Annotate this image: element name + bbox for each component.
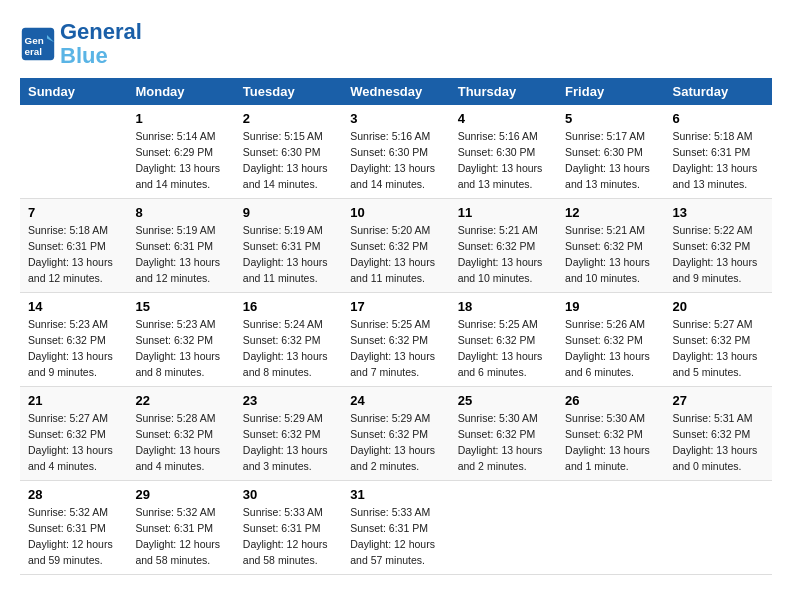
logo-icon: Gen eral <box>20 26 56 62</box>
day-number: 7 <box>28 205 119 220</box>
day-info: Sunrise: 5:27 AM Sunset: 6:32 PM Dayligh… <box>28 411 119 474</box>
calendar-cell: 31Sunrise: 5:33 AM Sunset: 6:31 PM Dayli… <box>342 481 449 575</box>
day-info: Sunrise: 5:15 AM Sunset: 6:30 PM Dayligh… <box>243 129 334 192</box>
day-number: 3 <box>350 111 441 126</box>
day-info: Sunrise: 5:16 AM Sunset: 6:30 PM Dayligh… <box>350 129 441 192</box>
column-header-thursday: Thursday <box>450 78 557 105</box>
calendar-cell: 27Sunrise: 5:31 AM Sunset: 6:32 PM Dayli… <box>665 387 772 481</box>
week-row-4: 21Sunrise: 5:27 AM Sunset: 6:32 PM Dayli… <box>20 387 772 481</box>
day-info: Sunrise: 5:20 AM Sunset: 6:32 PM Dayligh… <box>350 223 441 286</box>
calendar-cell: 5Sunrise: 5:17 AM Sunset: 6:30 PM Daylig… <box>557 105 664 199</box>
day-info: Sunrise: 5:19 AM Sunset: 6:31 PM Dayligh… <box>135 223 226 286</box>
svg-text:eral: eral <box>25 46 43 57</box>
column-header-monday: Monday <box>127 78 234 105</box>
day-info: Sunrise: 5:18 AM Sunset: 6:31 PM Dayligh… <box>28 223 119 286</box>
day-info: Sunrise: 5:28 AM Sunset: 6:32 PM Dayligh… <box>135 411 226 474</box>
day-number: 25 <box>458 393 549 408</box>
calendar-cell: 19Sunrise: 5:26 AM Sunset: 6:32 PM Dayli… <box>557 293 664 387</box>
day-info: Sunrise: 5:26 AM Sunset: 6:32 PM Dayligh… <box>565 317 656 380</box>
calendar-cell: 18Sunrise: 5:25 AM Sunset: 6:32 PM Dayli… <box>450 293 557 387</box>
calendar-cell: 3Sunrise: 5:16 AM Sunset: 6:30 PM Daylig… <box>342 105 449 199</box>
calendar-cell: 12Sunrise: 5:21 AM Sunset: 6:32 PM Dayli… <box>557 199 664 293</box>
calendar-cell <box>557 481 664 575</box>
day-info: Sunrise: 5:31 AM Sunset: 6:32 PM Dayligh… <box>673 411 764 474</box>
calendar-cell: 24Sunrise: 5:29 AM Sunset: 6:32 PM Dayli… <box>342 387 449 481</box>
calendar-cell: 30Sunrise: 5:33 AM Sunset: 6:31 PM Dayli… <box>235 481 342 575</box>
column-header-sunday: Sunday <box>20 78 127 105</box>
calendar-cell <box>20 105 127 199</box>
week-row-2: 7Sunrise: 5:18 AM Sunset: 6:31 PM Daylig… <box>20 199 772 293</box>
calendar-cell: 22Sunrise: 5:28 AM Sunset: 6:32 PM Dayli… <box>127 387 234 481</box>
day-number: 27 <box>673 393 764 408</box>
calendar-cell: 9Sunrise: 5:19 AM Sunset: 6:31 PM Daylig… <box>235 199 342 293</box>
calendar-cell: 26Sunrise: 5:30 AM Sunset: 6:32 PM Dayli… <box>557 387 664 481</box>
calendar-cell: 29Sunrise: 5:32 AM Sunset: 6:31 PM Dayli… <box>127 481 234 575</box>
day-number: 9 <box>243 205 334 220</box>
calendar-cell: 16Sunrise: 5:24 AM Sunset: 6:32 PM Dayli… <box>235 293 342 387</box>
day-number: 11 <box>458 205 549 220</box>
day-number: 17 <box>350 299 441 314</box>
day-number: 18 <box>458 299 549 314</box>
day-number: 31 <box>350 487 441 502</box>
day-number: 6 <box>673 111 764 126</box>
day-number: 26 <box>565 393 656 408</box>
day-info: Sunrise: 5:33 AM Sunset: 6:31 PM Dayligh… <box>243 505 334 568</box>
day-info: Sunrise: 5:24 AM Sunset: 6:32 PM Dayligh… <box>243 317 334 380</box>
calendar-cell: 14Sunrise: 5:23 AM Sunset: 6:32 PM Dayli… <box>20 293 127 387</box>
logo-text: GeneralBlue <box>60 20 142 68</box>
calendar-cell: 11Sunrise: 5:21 AM Sunset: 6:32 PM Dayli… <box>450 199 557 293</box>
week-row-5: 28Sunrise: 5:32 AM Sunset: 6:31 PM Dayli… <box>20 481 772 575</box>
day-number: 5 <box>565 111 656 126</box>
calendar-cell: 15Sunrise: 5:23 AM Sunset: 6:32 PM Dayli… <box>127 293 234 387</box>
day-info: Sunrise: 5:17 AM Sunset: 6:30 PM Dayligh… <box>565 129 656 192</box>
day-number: 29 <box>135 487 226 502</box>
calendar-body: 1Sunrise: 5:14 AM Sunset: 6:29 PM Daylig… <box>20 105 772 575</box>
day-info: Sunrise: 5:19 AM Sunset: 6:31 PM Dayligh… <box>243 223 334 286</box>
day-info: Sunrise: 5:32 AM Sunset: 6:31 PM Dayligh… <box>28 505 119 568</box>
calendar-cell: 13Sunrise: 5:22 AM Sunset: 6:32 PM Dayli… <box>665 199 772 293</box>
calendar-cell: 17Sunrise: 5:25 AM Sunset: 6:32 PM Dayli… <box>342 293 449 387</box>
day-number: 12 <box>565 205 656 220</box>
day-number: 8 <box>135 205 226 220</box>
day-number: 24 <box>350 393 441 408</box>
day-number: 2 <box>243 111 334 126</box>
page-header: Gen eral GeneralBlue <box>20 20 772 68</box>
calendar-cell: 8Sunrise: 5:19 AM Sunset: 6:31 PM Daylig… <box>127 199 234 293</box>
calendar-cell: 10Sunrise: 5:20 AM Sunset: 6:32 PM Dayli… <box>342 199 449 293</box>
day-number: 10 <box>350 205 441 220</box>
calendar-cell <box>450 481 557 575</box>
day-info: Sunrise: 5:23 AM Sunset: 6:32 PM Dayligh… <box>28 317 119 380</box>
day-info: Sunrise: 5:22 AM Sunset: 6:32 PM Dayligh… <box>673 223 764 286</box>
day-number: 20 <box>673 299 764 314</box>
day-number: 1 <box>135 111 226 126</box>
day-number: 4 <box>458 111 549 126</box>
day-info: Sunrise: 5:25 AM Sunset: 6:32 PM Dayligh… <box>458 317 549 380</box>
day-info: Sunrise: 5:25 AM Sunset: 6:32 PM Dayligh… <box>350 317 441 380</box>
logo: Gen eral GeneralBlue <box>20 20 142 68</box>
week-row-1: 1Sunrise: 5:14 AM Sunset: 6:29 PM Daylig… <box>20 105 772 199</box>
day-number: 23 <box>243 393 334 408</box>
day-info: Sunrise: 5:30 AM Sunset: 6:32 PM Dayligh… <box>458 411 549 474</box>
calendar-header-row: SundayMondayTuesdayWednesdayThursdayFrid… <box>20 78 772 105</box>
calendar-cell: 4Sunrise: 5:16 AM Sunset: 6:30 PM Daylig… <box>450 105 557 199</box>
calendar-cell: 21Sunrise: 5:27 AM Sunset: 6:32 PM Dayli… <box>20 387 127 481</box>
day-info: Sunrise: 5:18 AM Sunset: 6:31 PM Dayligh… <box>673 129 764 192</box>
day-number: 28 <box>28 487 119 502</box>
day-number: 22 <box>135 393 226 408</box>
calendar-cell: 7Sunrise: 5:18 AM Sunset: 6:31 PM Daylig… <box>20 199 127 293</box>
calendar-cell: 20Sunrise: 5:27 AM Sunset: 6:32 PM Dayli… <box>665 293 772 387</box>
svg-text:Gen: Gen <box>25 35 44 46</box>
calendar-cell: 28Sunrise: 5:32 AM Sunset: 6:31 PM Dayli… <box>20 481 127 575</box>
calendar-cell: 6Sunrise: 5:18 AM Sunset: 6:31 PM Daylig… <box>665 105 772 199</box>
day-number: 30 <box>243 487 334 502</box>
column-header-friday: Friday <box>557 78 664 105</box>
day-info: Sunrise: 5:21 AM Sunset: 6:32 PM Dayligh… <box>565 223 656 286</box>
calendar-cell: 23Sunrise: 5:29 AM Sunset: 6:32 PM Dayli… <box>235 387 342 481</box>
day-info: Sunrise: 5:30 AM Sunset: 6:32 PM Dayligh… <box>565 411 656 474</box>
day-info: Sunrise: 5:29 AM Sunset: 6:32 PM Dayligh… <box>243 411 334 474</box>
day-info: Sunrise: 5:23 AM Sunset: 6:32 PM Dayligh… <box>135 317 226 380</box>
column-header-tuesday: Tuesday <box>235 78 342 105</box>
calendar-cell <box>665 481 772 575</box>
calendar-cell: 2Sunrise: 5:15 AM Sunset: 6:30 PM Daylig… <box>235 105 342 199</box>
day-number: 14 <box>28 299 119 314</box>
